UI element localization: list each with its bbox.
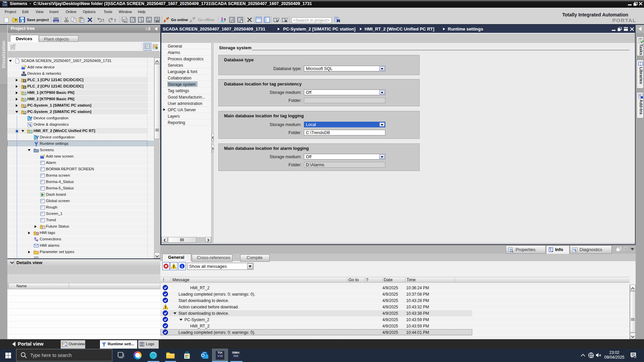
svg-text:i: i — [550, 248, 551, 252]
